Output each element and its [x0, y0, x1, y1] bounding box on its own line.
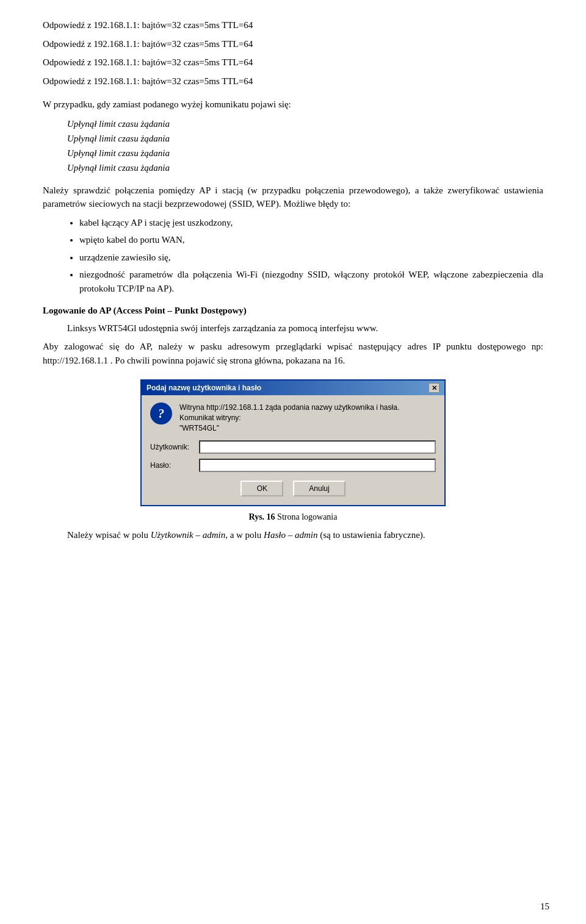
odpowiedz-line-2: Odpowiedź z 192.168.1.1: bajtów=32 czas=… [43, 37, 543, 51]
figure-caption-bold: Rys. 16 [249, 512, 275, 521]
bullet-item-4: niezgodność parametrów dla połączenia Wi… [79, 268, 543, 295]
dialog-message-line1: Witryna http://192.168.1.1 żąda podania … [179, 403, 436, 423]
dialog-message: Witryna http://192.168.1.1 żąda podania … [179, 403, 436, 433]
dialog-title: Podaj nazwę użytkownika i hasło [146, 384, 261, 392]
dialog-user-label: Użytkownik: [150, 443, 199, 451]
intro-text: W przypadku, gdy zamiast podanego wyżej … [43, 98, 543, 112]
dialog-user-row: Użytkownik: [150, 440, 436, 454]
dialog-pass-label: Hasło: [150, 461, 199, 470]
odpowiedz-line-3: Odpowiedź z 192.168.1.1: bajtów=32 czas=… [43, 56, 543, 70]
section-para2: Aby zalogować się do AP, należy w pasku … [43, 340, 543, 367]
bullet-item-1: kabel łączący AP i stację jest uszkodzon… [79, 216, 543, 230]
limit-line-4: Upłynął limit czasu żądania [67, 160, 543, 175]
bullet-item-2: wpięto kabel do portu WAN, [79, 233, 543, 247]
dialog-form: Użytkownik: Hasło: [150, 440, 436, 472]
odpowiedz-line-4: Odpowiedź z 192.168.1.1: bajtów=32 czas=… [43, 74, 543, 88]
bullet-list: kabel łączący AP i stację jest uszkodzon… [79, 216, 543, 296]
dialog-body: ? Witryna http://192.168.1.1 żąda podani… [142, 395, 444, 505]
section-para1: Linksys WRT54Gl udostępnia swój interfej… [67, 321, 543, 335]
dialog-titlebar: Podaj nazwę użytkownika i hasło ✕ [142, 381, 444, 395]
dialog-ok-button[interactable]: OK [241, 481, 283, 496]
bullet-item-3: urządzenie zawiesiło się, [79, 251, 543, 265]
limit-line-2: Upłynął limit czasu żądania [67, 131, 543, 146]
final-italic-admin1: admin [203, 530, 226, 540]
final-italic-uzytkownik: Użytkownik [151, 530, 194, 540]
dialog-box: Podaj nazwę użytkownika i hasło ✕ ? Witr… [140, 379, 446, 506]
dialog-username-input[interactable] [199, 440, 436, 454]
dialog-close-button[interactable]: ✕ [429, 383, 440, 393]
dialog-password-input[interactable] [199, 459, 436, 472]
dialog-container: Podaj nazwę użytkownika i hasło ✕ ? Witr… [43, 379, 543, 506]
dialog-cancel-button[interactable]: Anuluj [293, 481, 345, 496]
limit-line-1: Upłynął limit czasu żądania [67, 116, 543, 131]
page-number: 15 [540, 901, 549, 912]
final-italic-haslo: Hasło [264, 530, 286, 540]
odpowiedz-line-1: Odpowiedź z 192.168.1.1: bajtów=32 czas=… [43, 18, 543, 32]
dialog-message-line2: "WRT54GL" [179, 423, 436, 434]
dialog-buttons: OK Anuluj [150, 481, 436, 496]
para1: Należy sprawdzić połączenia pomiędzy AP … [43, 184, 543, 211]
final-paragraph: Należy wpisać w polu Użytkownik – admin,… [67, 528, 543, 542]
final-italic-admin2: admin [295, 530, 318, 540]
figure-caption: Rys. 16 Strona logowania [43, 512, 543, 522]
dialog-info-row: ? Witryna http://192.168.1.1 żąda podani… [150, 403, 436, 433]
section-heading: Logowanie do AP (Access Point – Punkt Do… [43, 304, 543, 318]
dialog-question-icon: ? [150, 403, 172, 424]
dialog-pass-row: Hasło: [150, 459, 436, 472]
limit-line-3: Upłynął limit czasu żądania [67, 146, 543, 160]
figure-caption-text: Strona logowania [275, 512, 338, 521]
